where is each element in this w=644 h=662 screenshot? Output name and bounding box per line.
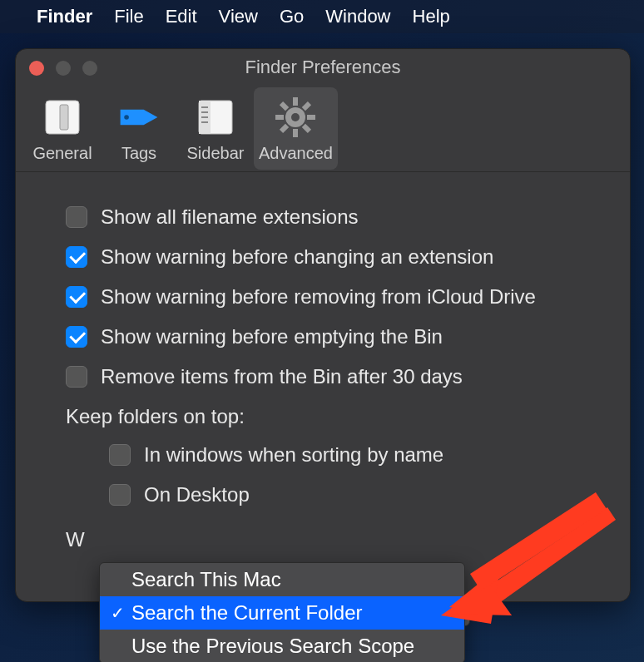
option-label: Show all filename extensions <box>101 205 359 229</box>
tab-label: General <box>32 144 92 163</box>
search-scope-popup: Search This Mac ✓ Search the Current Fol… <box>99 562 465 662</box>
menu-window[interactable]: Window <box>325 6 390 27</box>
option-row: In windows when sorting by name <box>109 443 605 467</box>
popup-item-label: Search the Current Folder <box>131 601 362 625</box>
check-icon: ✓ <box>108 603 126 623</box>
window-close-button[interactable] <box>29 61 44 76</box>
option-label: Show warning before removing from iCloud… <box>101 285 536 309</box>
popup-item-label: Use the Previous Search Scope <box>131 635 414 658</box>
folders-top-windows-checkbox[interactable] <box>109 444 131 466</box>
sidebar-icon <box>192 94 239 141</box>
option-row: On Desktop <box>109 483 605 506</box>
svg-rect-15 <box>302 101 311 111</box>
option-label: Remove items from the Bin after 30 days <box>101 365 463 388</box>
tab-advanced[interactable]: Advanced <box>254 87 338 170</box>
svg-rect-18 <box>302 124 311 133</box>
tab-label: Sidebar <box>187 144 245 163</box>
menu-view[interactable]: View <box>219 6 258 27</box>
finder-preferences-window: Finder Preferences General Tags <box>15 48 631 602</box>
menu-bar: Finder File Edit View Go Window Help <box>0 0 644 33</box>
svg-point-10 <box>291 113 300 121</box>
option-row: Remove items from the Bin after 30 days <box>66 365 605 388</box>
tab-tags[interactable]: Tags <box>101 87 177 170</box>
svg-rect-13 <box>275 115 284 120</box>
window-minimize-button[interactable] <box>56 61 71 76</box>
svg-point-2 <box>124 115 129 120</box>
folders-top-desktop-checkbox[interactable] <box>109 484 131 506</box>
svg-rect-16 <box>280 124 289 133</box>
option-label: Show warning before changing an extensio… <box>101 245 493 269</box>
app-menu[interactable]: Finder <box>37 6 92 27</box>
switch-icon <box>39 94 86 141</box>
tab-sidebar[interactable]: Sidebar <box>177 87 254 170</box>
tab-label: Tags <box>121 144 156 163</box>
svg-rect-12 <box>293 129 298 137</box>
menu-go[interactable]: Go <box>280 6 304 27</box>
show-extensions-checkbox[interactable] <box>66 206 87 228</box>
option-row: Show all filename extensions <box>66 205 605 229</box>
option-label: On Desktop <box>144 483 250 506</box>
search-section-label-partial: W <box>66 528 605 551</box>
tag-icon <box>116 94 162 141</box>
gear-icon <box>272 94 319 141</box>
svg-rect-14 <box>307 115 315 120</box>
tab-general[interactable]: General <box>24 87 101 170</box>
menu-help[interactable]: Help <box>413 6 450 27</box>
svg-rect-1 <box>60 105 68 130</box>
option-row: Show warning before removing from iCloud… <box>66 285 605 309</box>
traffic-lights <box>29 61 97 76</box>
search-option-current-folder[interactable]: ✓ Search the Current Folder <box>100 596 464 630</box>
option-row: Show warning before changing an extensio… <box>66 245 605 269</box>
popup-item-label: Search This Mac <box>131 568 281 591</box>
option-label: Show warning before emptying the Bin <box>101 325 443 348</box>
option-row: Show warning before emptying the Bin <box>66 325 605 348</box>
warn-empty-bin-checkbox[interactable] <box>66 326 87 348</box>
window-zoom-button[interactable] <box>82 61 97 76</box>
menu-file[interactable]: File <box>114 6 143 27</box>
tab-label: Advanced <box>259 144 333 163</box>
titlebar: Finder Preferences <box>16 49 630 86</box>
advanced-pane: Show all filename extensions Show warnin… <box>16 172 630 601</box>
option-label: In windows when sorting by name <box>144 443 443 467</box>
keep-on-top-label: Keep folders on top: <box>66 405 605 428</box>
warn-remove-icloud-checkbox[interactable] <box>66 286 87 308</box>
warn-change-extension-checkbox[interactable] <box>66 246 87 268</box>
svg-rect-11 <box>293 97 298 106</box>
menu-edit[interactable]: Edit <box>166 6 197 27</box>
search-option-previous-scope[interactable]: Use the Previous Search Scope <box>100 630 464 662</box>
svg-rect-17 <box>280 101 289 111</box>
remove-after-30-days-checkbox[interactable] <box>66 366 87 388</box>
search-option-this-mac[interactable]: Search This Mac <box>100 563 464 596</box>
window-title: Finder Preferences <box>245 57 400 78</box>
prefs-toolbar: General Tags Sid <box>16 86 630 172</box>
